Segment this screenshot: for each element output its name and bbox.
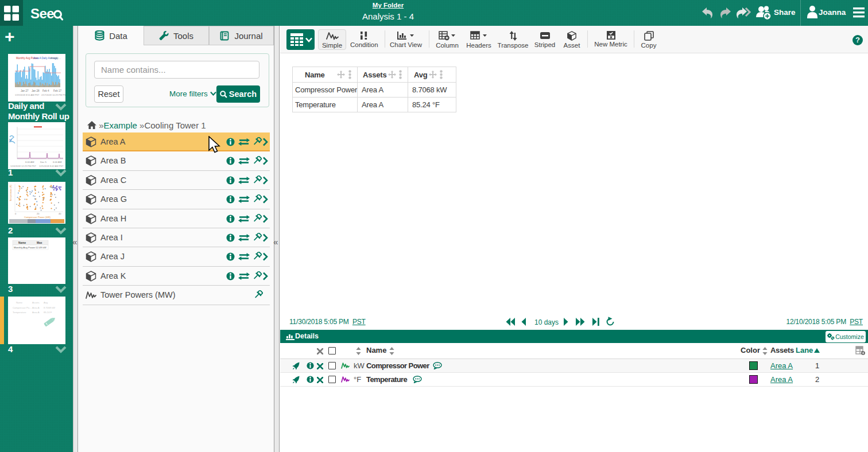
svg-text:Monthly Avg Power: Monthly Avg Power: [14, 246, 36, 249]
svg-text:Dec 5: Dec 5: [40, 161, 47, 163]
svg-text:Jan 28: Jan 28: [32, 89, 40, 92]
svg-text:Jan 27: Jan 27: [21, 89, 29, 92]
svg-text:Temperature (F): Temperature (F): [9, 185, 12, 201]
svg-text:Name: Name: [18, 241, 26, 244]
svg-text:12.49 kW: 12.49 kW: [36, 246, 46, 249]
svg-text:12/5/2018 8:42 AM PST: 12/5/2018 8:42 AM PST: [39, 165, 64, 167]
svg-text:8.7068 kW: 8.7068 kW: [44, 306, 55, 309]
svg-text:40: 40: [59, 212, 61, 215]
svg-text:Feb 4: Feb 4: [42, 89, 49, 92]
svg-text:85.24 F: 85.24 F: [44, 311, 52, 314]
svg-text:6:00 AM: 6:00 AM: [25, 161, 34, 163]
svg-text:2/17/2018 10:29 PM PST: 2/17/2018 10:29 PM PST: [41, 93, 65, 96]
svg-text:Area A: Area A: [32, 306, 40, 309]
svg-text:20: 20: [37, 212, 40, 215]
svg-text:Area A: Area A: [32, 311, 40, 314]
svg-text:6:00 AM: 6:00 AM: [53, 161, 62, 163]
svg-text:12/4/2018 12:29 PM PST: 12/4/2018 12:29 PM PST: [10, 165, 36, 167]
svg-text:Assets: Assets: [32, 301, 40, 304]
svg-text:Max: Max: [37, 241, 42, 244]
svg-text:Name: Name: [16, 301, 23, 304]
svg-text:10 days: 10 days: [534, 318, 559, 326]
svg-text:Temperature: Temperature: [13, 311, 26, 314]
svg-text:Avg: Avg: [44, 301, 48, 304]
svg-text:0: 0: [15, 212, 17, 215]
svg-text:#ready…: #ready…: [51, 57, 61, 60]
svg-text:Compressor Po…: Compressor Po…: [13, 306, 32, 309]
svg-text:1/19/2018 8:51 AM PST: 1/19/2018 8:51 AM PST: [15, 93, 40, 96]
svg-text:M: M: [9, 138, 11, 142]
svg-text:Feb 17: Feb 17: [53, 89, 62, 92]
svg-text:Compressor Power (kW): Compressor Power (kW): [24, 216, 51, 219]
